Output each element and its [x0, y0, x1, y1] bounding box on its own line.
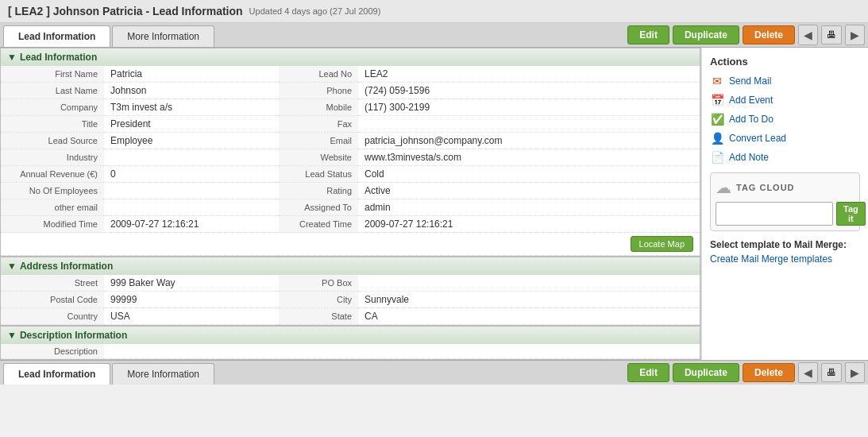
- annual-revenue-label: Annual Revenue (€): [1, 166, 104, 183]
- tag-input[interactable]: [716, 202, 833, 226]
- address-info-section-header: ▼ Address Information: [0, 257, 700, 275]
- delete-button[interactable]: Delete: [743, 25, 795, 44]
- mobile-value: (117) 300-2199: [358, 99, 700, 116]
- created-time-value: 2009-07-27 12:16:21: [358, 216, 700, 233]
- main-content: ▼ Lead Information First Name Patricia L…: [0, 48, 868, 360]
- bottom-prev-arrow-icon: ◀: [804, 366, 812, 379]
- print-button[interactable]: 🖶: [821, 25, 842, 44]
- company-label: Company: [1, 99, 104, 116]
- convert-lead-link[interactable]: Convert Lead: [729, 133, 786, 144]
- city-value: Sunnyvale: [358, 292, 700, 308]
- section-collapse-icon[interactable]: ▼: [7, 52, 17, 63]
- company-value: T3m invest a/s: [104, 99, 279, 116]
- email-label: Email: [279, 133, 358, 149]
- print-icon: 🖶: [827, 29, 836, 41]
- bottom-prev-button[interactable]: ◀: [798, 362, 818, 383]
- locate-map-row: Locate Map: [1, 233, 700, 256]
- last-name-label: Last Name: [1, 83, 104, 99]
- table-row: No Of Employees Rating Active: [1, 183, 700, 199]
- add-todo-action: ✅ Add To Do: [710, 112, 860, 126]
- email-value: patricia_johnson@company.com: [358, 133, 700, 149]
- tabs: Lead Information More Information: [3, 23, 216, 47]
- bottom-delete-button[interactable]: Delete: [743, 363, 795, 382]
- add-event-link[interactable]: Add Event: [729, 95, 773, 106]
- prev-button[interactable]: ◀: [798, 25, 818, 45]
- no-employees-label: No Of Employees: [1, 183, 104, 199]
- last-name-value: Johnson: [104, 83, 279, 99]
- street-label: Street: [1, 275, 104, 292]
- note-icon: 📄: [710, 150, 724, 164]
- add-note-link[interactable]: Add Note: [729, 152, 769, 163]
- bottom-tab-more-information[interactable]: More Information: [112, 363, 214, 385]
- created-time-label: Created Time: [279, 216, 358, 233]
- state-label: State: [279, 308, 358, 325]
- description-label: Description: [1, 344, 104, 359]
- other-email-label: other email: [1, 199, 104, 216]
- other-email-value: [104, 199, 279, 216]
- title-label: Title: [1, 116, 104, 133]
- lead-no-value: LEA2: [358, 66, 700, 83]
- send-mail-action: ✉ Send Mail: [710, 74, 860, 88]
- modified-time-value: 2009-07-27 12:16:21: [104, 216, 279, 233]
- bottom-edit-button[interactable]: Edit: [627, 363, 669, 382]
- po-box-label: PO Box: [279, 275, 358, 292]
- top-tab-bar: Lead Information More Information Edit D…: [0, 23, 868, 48]
- phone-value: (724) 059-1596: [358, 83, 700, 99]
- table-row: Postal Code 99999 City Sunnyvale: [1, 292, 700, 308]
- bottom-duplicate-button[interactable]: Duplicate: [673, 363, 739, 382]
- description-info-section-header: ▼ Description Information: [0, 326, 700, 344]
- duplicate-button[interactable]: Duplicate: [673, 25, 739, 44]
- address-info-section-body: Street 999 Baker Way PO Box Postal Code …: [0, 275, 700, 326]
- lead-source-label: Lead Source: [1, 133, 104, 149]
- right-panel: Actions ✉ Send Mail 📅 Add Event ✅ Add To…: [701, 48, 868, 360]
- industry-value: [104, 149, 279, 166]
- bottom-next-button[interactable]: ▶: [845, 362, 865, 383]
- description-value: [104, 344, 700, 359]
- po-box-value: [358, 275, 700, 292]
- next-button[interactable]: ▶: [845, 25, 865, 45]
- rating-label: Rating: [279, 183, 358, 199]
- table-row: Company T3m invest a/s Mobile (117) 300-…: [1, 99, 700, 116]
- country-value: USA: [104, 308, 279, 325]
- bottom-toolbar: Edit Duplicate Delete ◀ 🖶 ▶: [627, 362, 865, 383]
- lead-source-value: Employee: [104, 133, 279, 149]
- section-collapse-icon-address[interactable]: ▼: [7, 261, 17, 272]
- lead-no-label: Lead No: [279, 66, 358, 83]
- lead-info-section-title: Lead Information: [20, 52, 97, 63]
- bottom-print-button[interactable]: 🖶: [821, 363, 842, 382]
- description-info-section-title: Description Information: [20, 330, 127, 341]
- lead-info-table: First Name Patricia Lead No LEA2 Last Na…: [1, 66, 700, 256]
- top-toolbar: Edit Duplicate Delete ◀ 🖶 ▶: [627, 25, 865, 45]
- no-employees-value: [104, 183, 279, 199]
- lead-info-section: ▼ Lead Information First Name Patricia L…: [0, 48, 700, 257]
- add-todo-link[interactable]: Add To Do: [729, 114, 773, 125]
- fax-value: [358, 116, 700, 133]
- rating-value: Active: [358, 183, 700, 199]
- locate-map-button[interactable]: Locate Map: [631, 236, 693, 252]
- website-value: www.t3minvesta/s.com: [358, 149, 700, 166]
- send-mail-link[interactable]: Send Mail: [729, 75, 771, 87]
- tab-lead-information[interactable]: Lead Information: [3, 25, 110, 47]
- page-title: [ LEA2 ] Johnson Patricia - Lead Informa…: [8, 5, 243, 17]
- title-value: President: [104, 116, 279, 133]
- website-label: Website: [279, 149, 358, 166]
- prev-arrow-icon: ◀: [804, 29, 812, 41]
- postal-code-label: Postal Code: [1, 292, 104, 308]
- table-row: Last Name Johnson Phone (724) 059-1596: [1, 83, 700, 99]
- phone-label: Phone: [279, 83, 358, 99]
- lead-status-label: Lead Status: [279, 166, 358, 183]
- table-row: Modified Time 2009-07-27 12:16:21 Create…: [1, 216, 700, 233]
- tag-it-button[interactable]: Tag it: [836, 202, 866, 226]
- create-mail-merge-link[interactable]: Create Mail Merge templates: [710, 253, 832, 265]
- section-collapse-icon-desc[interactable]: ▼: [7, 330, 17, 341]
- street-value: 999 Baker Way: [104, 275, 279, 292]
- tab-more-information[interactable]: More Information: [112, 25, 214, 47]
- add-event-action: 📅 Add Event: [710, 93, 860, 107]
- table-row: other email Assigned To admin: [1, 199, 700, 216]
- bottom-next-arrow-icon: ▶: [851, 366, 859, 379]
- table-row: Industry Website www.t3minvesta/s.com: [1, 149, 700, 166]
- bottom-tab-lead-information[interactable]: Lead Information: [3, 363, 110, 385]
- edit-button[interactable]: Edit: [627, 25, 669, 44]
- table-row: Title President Fax: [1, 116, 700, 133]
- todo-icon: ✅: [710, 112, 724, 126]
